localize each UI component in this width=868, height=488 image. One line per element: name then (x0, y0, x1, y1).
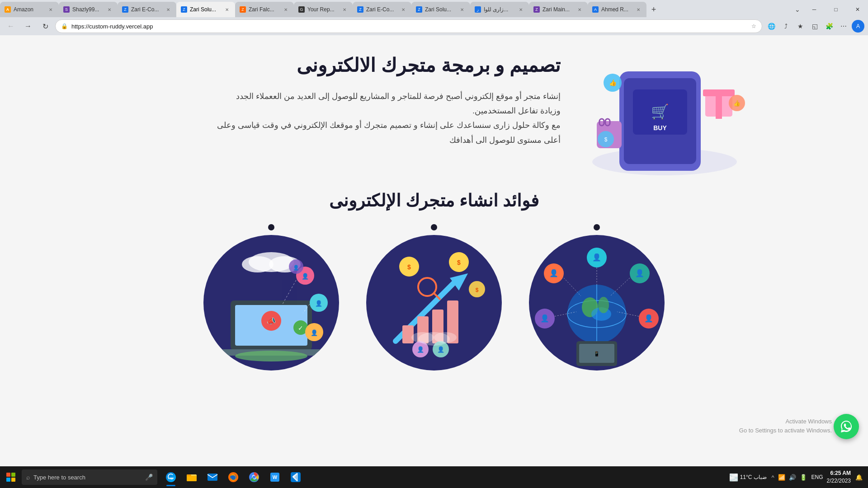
svg-point-64 (411, 332, 434, 343)
share-icon[interactable]: ⤴ (779, 20, 792, 33)
taskbar-app-mail[interactable] (203, 467, 222, 487)
tab-label-zarimain: Zari Main... (542, 6, 573, 13)
tab-amazon[interactable]: A Amazon ✕ (0, 2, 59, 17)
language-indicator[interactable]: ENG (811, 474, 823, 480)
benefit-dot-growth (431, 224, 437, 230)
tab-favicon-yourrep: G (298, 6, 305, 13)
weather-widget[interactable]: 🌫️ 11°C ضباب (729, 473, 767, 482)
shop-svg: 🛒 BUY 👍 (579, 49, 750, 180)
taskbar-app-chrome[interactable] (244, 467, 264, 487)
weather-icon: 🌫️ (729, 473, 738, 482)
network-icon[interactable]: 📶 (777, 473, 786, 482)
tab-label-zarifalc: Zari Falc... (249, 6, 279, 13)
taskbar-app-explorer[interactable] (182, 467, 202, 487)
translate-icon[interactable]: 🌐 (765, 20, 778, 33)
tab-favicon-ahmed: A (592, 6, 599, 13)
tab-close-shazly[interactable]: ✕ (106, 6, 113, 13)
tab-zari-ecomm1[interactable]: Z Zari E-Co... ✕ (118, 2, 176, 17)
forward-button[interactable]: → (21, 19, 35, 33)
svg-rect-11 (716, 89, 722, 119)
address-bar[interactable]: 🔒 https://custom-ruddy.vercel.app ☆ (55, 19, 762, 33)
tab-zari-sol2[interactable]: Z Zari Solu... ✕ (411, 2, 470, 17)
main-heading: تصميم و برمجة متجرك الالكترونى (118, 53, 561, 78)
taskbar-app-word[interactable]: W (265, 467, 285, 487)
benefit-dot-global (594, 224, 600, 230)
tab-zari-ecomm2[interactable]: Z Zari E-Co... ✕ (353, 2, 411, 17)
svg-text:BUY: BUY (653, 124, 667, 131)
tab-list-button[interactable]: ⌄ (791, 3, 804, 16)
firefox-icon (228, 472, 239, 483)
chevron-up-icon[interactable]: ^ (770, 473, 775, 482)
clock-date: 2/22/2023 (827, 477, 851, 485)
settings-icon[interactable]: ⋯ (837, 20, 850, 33)
svg-text:👤: 👤 (592, 253, 601, 262)
tab-close-yourrep[interactable]: ✕ (341, 6, 348, 13)
svg-text:🛒: 🛒 (651, 103, 669, 120)
tab-close-zari2[interactable]: ✕ (400, 6, 407, 13)
folder-icon (186, 472, 197, 483)
tab-close-amazon[interactable]: ✕ (47, 6, 54, 13)
svg-point-27 (598, 297, 609, 313)
tab-label-zarisol: Zari Solu... (190, 6, 221, 13)
restore-button[interactable]: □ (826, 2, 846, 17)
tab-close-zari1[interactable]: ✕ (165, 6, 172, 13)
taskbar-app-vscode[interactable] (286, 467, 306, 487)
tab-close-zarimain[interactable]: ✕ (576, 6, 583, 13)
weather-temp: 11°C (740, 474, 752, 480)
taskbar-app-edge[interactable] (161, 467, 181, 487)
start-button[interactable] (0, 466, 22, 488)
benefit-card-global: 👤 👤 👤 👤 (529, 224, 665, 371)
svg-text:👤: 👤 (417, 346, 425, 353)
tab-zari-sol[interactable]: Z Zari Solu... ✕ (176, 2, 235, 17)
tab-zari-main[interactable]: Z Zari Main... ✕ (529, 2, 588, 17)
svg-point-65 (434, 332, 457, 343)
benefit-card-marketing: 📣 ✓ (203, 224, 339, 371)
svg-text:👤: 👤 (293, 264, 299, 271)
svg-point-99 (253, 476, 256, 479)
whatsapp-button[interactable] (834, 414, 859, 439)
tab-close-ahmed[interactable]: ✕ (635, 6, 642, 13)
tab-close-zariar[interactable]: ✕ (517, 6, 524, 13)
tab-your-rep[interactable]: G Your Rep... ✕ (294, 2, 353, 17)
tab-zari-ar[interactable]: ز زارى للوا... ✕ (470, 2, 529, 17)
page-content: 🛒 BUY 👍 (0, 35, 868, 466)
new-tab-button[interactable]: + (646, 2, 661, 17)
minimize-button[interactable]: ─ (804, 2, 825, 17)
close-button[interactable]: ✕ (847, 2, 868, 17)
tab-close-zarisol2[interactable]: ✕ (458, 6, 466, 13)
tab-close-zarisol[interactable]: ✕ (223, 6, 231, 13)
system-clock[interactable]: 6:25 AM 2/22/2023 (827, 469, 851, 485)
svg-point-79 (235, 351, 307, 361)
desc-line1: إنشاء متجر أو موقع إلكتروني أصبح فرصة لل… (236, 92, 561, 101)
tab-label-zari2: Zari E-Co... (366, 6, 397, 13)
watermark-line1: Activate Windows (739, 417, 832, 426)
profile-icon[interactable]: A (852, 20, 864, 33)
top-text-section: تصميم و برمجة متجرك الالكترونى إنشاء متج… (118, 49, 561, 147)
star-icon[interactable]: ☆ (751, 23, 756, 29)
benefit-circle-growth: $ $ $ 👤 👤 (366, 235, 502, 371)
tab-shazly[interactable]: S Shazly99... ✕ (59, 2, 118, 17)
search-placeholder-text: Type here to search (33, 474, 85, 481)
battery-icon[interactable]: 🔋 (799, 473, 808, 482)
taskbar-app-firefox[interactable] (223, 467, 243, 487)
tab-close-zarifalc[interactable]: ✕ (282, 6, 289, 13)
taskbar: ⌕ Type here to search 🎤 (0, 466, 868, 488)
tab-label-zarisol2: Zari Solu... (425, 6, 456, 13)
notification-bell-icon[interactable]: 🔔 (854, 473, 863, 482)
svg-text:👤: 👤 (644, 314, 653, 323)
favorites-icon[interactable]: ★ (794, 20, 807, 33)
collections-icon[interactable]: ◱ (808, 20, 821, 33)
volume-icon[interactable]: 🔊 (788, 473, 797, 482)
back-button[interactable]: ← (4, 19, 18, 33)
taskbar-apps: W (161, 467, 306, 487)
windows-watermark: Activate Windows Go to Settings to activ… (739, 417, 832, 435)
tab-label-yourrep: Your Rep... (307, 6, 338, 13)
tab-label-ahmed: Ahmed R... (601, 6, 632, 13)
tab-bar: A Amazon ✕ S Shazly99... ✕ Z Zari E-Co..… (0, 0, 868, 17)
reload-button[interactable]: ↻ (38, 19, 52, 33)
extensions-icon[interactable]: 🧩 (823, 20, 835, 33)
tab-ahmed[interactable]: A Ahmed R... ✕ (588, 2, 646, 17)
taskbar-search[interactable]: ⌕ Type here to search 🎤 (22, 469, 157, 485)
svg-text:👤: 👤 (302, 272, 309, 280)
tab-zari-falc[interactable]: Z Zari Falc... ✕ (235, 2, 294, 17)
